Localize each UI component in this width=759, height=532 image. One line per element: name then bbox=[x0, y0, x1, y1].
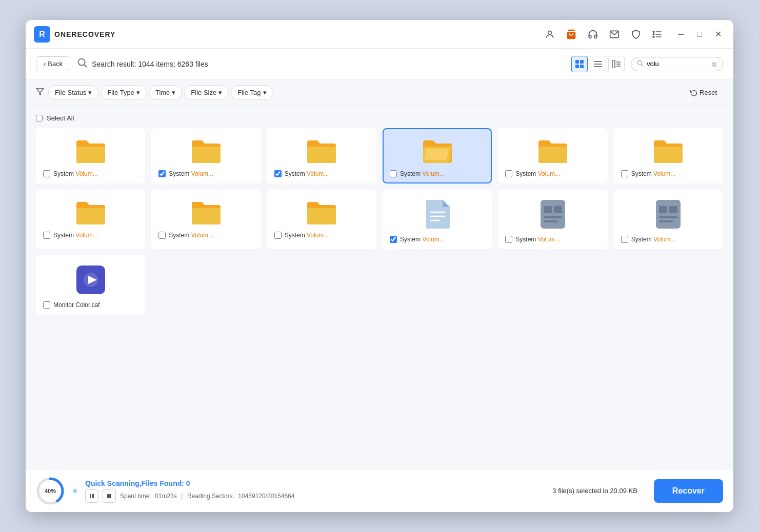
file-name: System Volum... bbox=[400, 170, 445, 177]
file-item-footer: System Volum... bbox=[505, 170, 600, 177]
grid-view-button[interactable] bbox=[571, 56, 588, 72]
folder-icon bbox=[306, 137, 337, 166]
svg-rect-32 bbox=[544, 220, 558, 222]
reading-sectors: Reading Sectors: 10459120/20154564 bbox=[187, 493, 295, 500]
svg-rect-35 bbox=[669, 206, 677, 213]
app-title: ONERECOVERY bbox=[54, 30, 115, 38]
app-logo: R ONERECOVERY bbox=[34, 26, 115, 43]
select-all-checkbox[interactable] bbox=[36, 115, 43, 121]
svg-rect-13 bbox=[575, 65, 579, 68]
folder-icon bbox=[653, 137, 684, 166]
file-name: System Volum... bbox=[285, 170, 329, 177]
file-checkbox[interactable] bbox=[505, 170, 512, 177]
file-item[interactable]: System Volum... bbox=[36, 128, 145, 183]
reset-label: Reset bbox=[700, 89, 717, 96]
file-checkbox[interactable] bbox=[505, 236, 512, 243]
svg-rect-11 bbox=[575, 60, 579, 64]
file-name: System Volum... bbox=[169, 170, 213, 177]
time-label: Time bbox=[155, 89, 170, 96]
search-input[interactable] bbox=[647, 60, 708, 68]
list-view-button[interactable] bbox=[590, 56, 606, 72]
reset-button[interactable]: Reset bbox=[684, 86, 723, 99]
file-item[interactable]: System Volum... bbox=[267, 190, 376, 249]
file-item[interactable]: System Volum... bbox=[151, 190, 261, 249]
headset-icon[interactable] bbox=[587, 28, 599, 40]
maximize-button[interactable]: □ bbox=[692, 27, 707, 42]
shield-icon[interactable] bbox=[630, 28, 642, 40]
back-button[interactable]: ‹ Back bbox=[36, 56, 70, 71]
file-tag-label: File Tag bbox=[237, 89, 261, 96]
file-checkbox[interactable] bbox=[43, 170, 50, 177]
mail-icon[interactable] bbox=[608, 28, 621, 40]
window-controls: ─ □ ✕ bbox=[674, 27, 725, 42]
file-checkbox[interactable] bbox=[274, 232, 282, 239]
file-tag-filter[interactable]: File Tag ▾ bbox=[231, 85, 273, 100]
file-checkbox[interactable] bbox=[43, 232, 50, 239]
search-large-icon bbox=[76, 57, 88, 71]
file-name: System Volum... bbox=[515, 236, 560, 243]
pause-button[interactable] bbox=[85, 489, 98, 503]
user-icon[interactable] bbox=[544, 28, 556, 40]
file-checkbox[interactable] bbox=[158, 170, 166, 177]
file-size-filter[interactable]: File Size ▾ bbox=[184, 85, 229, 100]
minimize-button[interactable]: ─ bbox=[674, 27, 688, 42]
search-result-text: Search result: 1044 items; 6263 files bbox=[92, 60, 208, 68]
file-checkbox[interactable] bbox=[621, 236, 628, 243]
file-item-footer: System Volum... bbox=[158, 170, 253, 177]
search-box: ⊗ bbox=[631, 57, 723, 71]
app-doc-icon-2 bbox=[655, 199, 682, 232]
svg-rect-34 bbox=[659, 206, 667, 213]
file-name: System Volum... bbox=[285, 232, 329, 239]
file-item[interactable]: System Volum... bbox=[383, 190, 492, 249]
file-item[interactable]: System Volum... bbox=[498, 128, 607, 183]
scan-controls: Spent time: 01m23s | Reading Sectors: 10… bbox=[85, 489, 544, 503]
file-status-filter[interactable]: File Status ▾ bbox=[48, 85, 98, 100]
scanning-dot bbox=[73, 489, 77, 493]
svg-rect-14 bbox=[580, 65, 584, 68]
cart-icon[interactable] bbox=[565, 28, 577, 40]
detail-view-button[interactable] bbox=[608, 56, 625, 72]
file-item[interactable]: System Volum... bbox=[36, 190, 145, 249]
recover-button[interactable]: Recover bbox=[654, 479, 723, 503]
file-name: System Volum... bbox=[515, 170, 560, 177]
svg-rect-30 bbox=[554, 206, 562, 213]
search-clear-icon[interactable]: ⊗ bbox=[711, 60, 717, 68]
back-label: Back bbox=[48, 60, 63, 68]
stop-button[interactable] bbox=[103, 489, 116, 503]
back-chevron-icon: ‹ bbox=[44, 60, 46, 68]
search-box-icon bbox=[636, 59, 644, 69]
svg-rect-36 bbox=[659, 216, 677, 218]
file-checkbox[interactable] bbox=[43, 301, 50, 309]
list-icon[interactable] bbox=[651, 28, 664, 40]
file-type-chevron: ▾ bbox=[136, 89, 140, 96]
file-item[interactable]: System Volum... bbox=[383, 128, 492, 183]
file-item-footer: System Volum... bbox=[390, 236, 485, 243]
file-item[interactable]: System Volum... bbox=[498, 190, 607, 249]
close-button[interactable]: ✕ bbox=[711, 27, 725, 42]
scan-title: Quick Scanning,Files Found: 0 bbox=[85, 479, 544, 487]
file-checkbox[interactable] bbox=[158, 232, 166, 239]
time-filter[interactable]: Time ▾ bbox=[149, 85, 182, 100]
file-item[interactable]: System Volum... bbox=[614, 190, 723, 249]
file-name: System Volum... bbox=[53, 170, 98, 177]
svg-line-23 bbox=[642, 64, 643, 66]
folder-icon bbox=[191, 199, 222, 228]
file-item[interactable]: System Volum... bbox=[614, 128, 723, 183]
file-item[interactable]: Monitor Color.caf bbox=[36, 255, 145, 315]
file-checkbox[interactable] bbox=[390, 236, 397, 243]
file-item[interactable]: System Volum... bbox=[267, 128, 376, 183]
file-checkbox[interactable] bbox=[621, 170, 628, 177]
file-item[interactable]: System Volum... bbox=[151, 128, 261, 183]
file-checkbox[interactable] bbox=[274, 170, 282, 177]
file-type-filter[interactable]: File Type ▾ bbox=[101, 85, 147, 100]
svg-rect-31 bbox=[544, 216, 562, 218]
svg-rect-12 bbox=[580, 60, 584, 64]
folder-icon bbox=[191, 137, 222, 166]
svg-marker-24 bbox=[36, 89, 43, 95]
select-all-label[interactable]: Select All bbox=[47, 114, 74, 122]
filter-bar: File Status ▾ File Type ▾ Time ▾ File Si… bbox=[26, 79, 733, 106]
file-checkbox[interactable] bbox=[390, 170, 397, 177]
progress-text: 40% bbox=[45, 488, 56, 494]
logo-icon: R bbox=[34, 26, 50, 43]
svg-rect-43 bbox=[90, 494, 91, 498]
